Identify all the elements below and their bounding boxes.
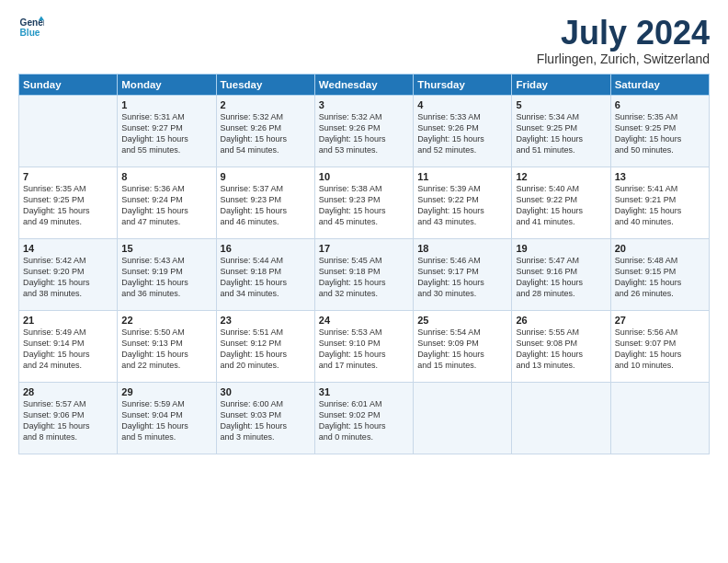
cell-info: Sunrise: 5:54 AM Sunset: 9:09 PM Dayligh… bbox=[417, 327, 507, 372]
calendar-cell: 23Sunrise: 5:51 AM Sunset: 9:12 PM Dayli… bbox=[216, 310, 314, 382]
calendar-cell bbox=[414, 382, 512, 454]
day-header-saturday: Saturday bbox=[610, 74, 709, 95]
day-number: 30 bbox=[221, 386, 311, 397]
cell-info: Sunrise: 5:39 AM Sunset: 9:22 PM Dayligh… bbox=[417, 183, 507, 228]
calendar-cell: 20Sunrise: 5:48 AM Sunset: 9:15 PM Dayli… bbox=[610, 238, 709, 310]
calendar-cell: 27Sunrise: 5:56 AM Sunset: 9:07 PM Dayli… bbox=[610, 310, 709, 382]
day-number: 12 bbox=[516, 171, 606, 182]
cell-info: Sunrise: 5:55 AM Sunset: 9:08 PM Dayligh… bbox=[516, 327, 606, 372]
logo-icon: General Blue bbox=[18, 15, 44, 40]
month-title: July 2024 bbox=[537, 15, 710, 52]
calendar-cell: 15Sunrise: 5:43 AM Sunset: 9:19 PM Dayli… bbox=[118, 238, 216, 310]
day-header-sunday: Sunday bbox=[19, 74, 118, 95]
calendar-cell bbox=[512, 382, 610, 454]
calendar-cell: 25Sunrise: 5:54 AM Sunset: 9:09 PM Dayli… bbox=[414, 310, 512, 382]
cell-info: Sunrise: 5:50 AM Sunset: 9:13 PM Dayligh… bbox=[121, 327, 211, 372]
calendar-cell: 13Sunrise: 5:41 AM Sunset: 9:21 PM Dayli… bbox=[610, 167, 709, 238]
cell-info: Sunrise: 5:31 AM Sunset: 9:27 PM Dayligh… bbox=[121, 111, 211, 156]
day-number: 19 bbox=[516, 243, 606, 254]
header: General Blue July 2024 Flurlingen, Zuric… bbox=[18, 15, 710, 66]
week-row-1: 1Sunrise: 5:31 AM Sunset: 9:27 PM Daylig… bbox=[19, 95, 710, 167]
calendar-cell bbox=[19, 95, 118, 167]
calendar-cell: 14Sunrise: 5:42 AM Sunset: 9:20 PM Dayli… bbox=[19, 238, 118, 310]
cell-info: Sunrise: 5:56 AM Sunset: 9:07 PM Dayligh… bbox=[615, 327, 705, 372]
cell-info: Sunrise: 5:42 AM Sunset: 9:20 PM Dayligh… bbox=[23, 255, 113, 300]
cell-info: Sunrise: 5:35 AM Sunset: 9:25 PM Dayligh… bbox=[23, 183, 113, 228]
day-number: 14 bbox=[23, 243, 113, 254]
week-row-3: 14Sunrise: 5:42 AM Sunset: 9:20 PM Dayli… bbox=[19, 238, 710, 310]
day-number: 8 bbox=[121, 171, 211, 182]
day-number: 1 bbox=[121, 99, 211, 110]
day-number: 9 bbox=[221, 171, 311, 182]
day-number: 11 bbox=[417, 171, 507, 182]
calendar-cell: 2Sunrise: 5:32 AM Sunset: 9:26 PM Daylig… bbox=[216, 95, 314, 167]
cell-info: Sunrise: 6:00 AM Sunset: 9:03 PM Dayligh… bbox=[221, 398, 311, 443]
day-header-monday: Monday bbox=[118, 74, 216, 95]
day-number: 4 bbox=[417, 99, 507, 110]
cell-info: Sunrise: 5:36 AM Sunset: 9:24 PM Dayligh… bbox=[121, 183, 211, 228]
day-header-friday: Friday bbox=[512, 74, 610, 95]
cell-info: Sunrise: 5:38 AM Sunset: 9:23 PM Dayligh… bbox=[319, 183, 409, 228]
cell-info: Sunrise: 5:51 AM Sunset: 9:12 PM Dayligh… bbox=[221, 327, 311, 372]
week-row-4: 21Sunrise: 5:49 AM Sunset: 9:14 PM Dayli… bbox=[19, 310, 710, 382]
cell-info: Sunrise: 5:59 AM Sunset: 9:04 PM Dayligh… bbox=[121, 398, 211, 443]
logo: General Blue bbox=[18, 15, 44, 40]
cell-info: Sunrise: 5:48 AM Sunset: 9:15 PM Dayligh… bbox=[615, 255, 705, 300]
day-number: 10 bbox=[319, 171, 409, 182]
calendar-cell: 10Sunrise: 5:38 AM Sunset: 9:23 PM Dayli… bbox=[314, 167, 413, 238]
cell-info: Sunrise: 5:32 AM Sunset: 9:26 PM Dayligh… bbox=[319, 111, 409, 156]
calendar-cell: 31Sunrise: 6:01 AM Sunset: 9:02 PM Dayli… bbox=[314, 382, 413, 454]
cell-info: Sunrise: 5:41 AM Sunset: 9:21 PM Dayligh… bbox=[615, 183, 705, 228]
day-number: 20 bbox=[615, 243, 705, 254]
svg-text:Blue: Blue bbox=[20, 28, 40, 38]
day-number: 22 bbox=[121, 315, 211, 326]
calendar-cell: 5Sunrise: 5:34 AM Sunset: 9:25 PM Daylig… bbox=[512, 95, 610, 167]
day-number: 26 bbox=[516, 315, 606, 326]
calendar-table: SundayMondayTuesdayWednesdayThursdayFrid… bbox=[18, 74, 710, 454]
title-block: July 2024 Flurlingen, Zurich, Switzerlan… bbox=[537, 15, 710, 66]
day-number: 21 bbox=[23, 315, 113, 326]
calendar-cell: 7Sunrise: 5:35 AM Sunset: 9:25 PM Daylig… bbox=[19, 167, 118, 238]
calendar-cell: 19Sunrise: 5:47 AM Sunset: 9:16 PM Dayli… bbox=[512, 238, 610, 310]
day-number: 18 bbox=[417, 243, 507, 254]
day-number: 5 bbox=[516, 99, 606, 110]
day-number: 28 bbox=[23, 386, 113, 397]
calendar-cell: 28Sunrise: 5:57 AM Sunset: 9:06 PM Dayli… bbox=[19, 382, 118, 454]
calendar-cell: 30Sunrise: 6:00 AM Sunset: 9:03 PM Dayli… bbox=[216, 382, 314, 454]
calendar-cell bbox=[610, 382, 709, 454]
cell-info: Sunrise: 5:32 AM Sunset: 9:26 PM Dayligh… bbox=[221, 111, 311, 156]
day-header-thursday: Thursday bbox=[414, 74, 512, 95]
calendar-cell: 21Sunrise: 5:49 AM Sunset: 9:14 PM Dayli… bbox=[19, 310, 118, 382]
day-number: 31 bbox=[319, 386, 409, 397]
day-number: 2 bbox=[221, 99, 311, 110]
day-number: 24 bbox=[319, 315, 409, 326]
cell-info: Sunrise: 5:34 AM Sunset: 9:25 PM Dayligh… bbox=[516, 111, 606, 156]
calendar-cell: 4Sunrise: 5:33 AM Sunset: 9:26 PM Daylig… bbox=[414, 95, 512, 167]
day-number: 15 bbox=[121, 243, 211, 254]
calendar-cell: 3Sunrise: 5:32 AM Sunset: 9:26 PM Daylig… bbox=[314, 95, 413, 167]
cell-info: Sunrise: 6:01 AM Sunset: 9:02 PM Dayligh… bbox=[319, 398, 409, 443]
cell-info: Sunrise: 5:57 AM Sunset: 9:06 PM Dayligh… bbox=[23, 398, 113, 443]
day-number: 27 bbox=[615, 315, 705, 326]
day-header-tuesday: Tuesday bbox=[216, 74, 314, 95]
calendar-cell: 9Sunrise: 5:37 AM Sunset: 9:23 PM Daylig… bbox=[216, 167, 314, 238]
cell-info: Sunrise: 5:33 AM Sunset: 9:26 PM Dayligh… bbox=[417, 111, 507, 156]
calendar-cell: 24Sunrise: 5:53 AM Sunset: 9:10 PM Dayli… bbox=[314, 310, 413, 382]
cell-info: Sunrise: 5:45 AM Sunset: 9:18 PM Dayligh… bbox=[319, 255, 409, 300]
cell-info: Sunrise: 5:40 AM Sunset: 9:22 PM Dayligh… bbox=[516, 183, 606, 228]
day-number: 16 bbox=[221, 243, 311, 254]
day-number: 25 bbox=[417, 315, 507, 326]
day-header-wednesday: Wednesday bbox=[314, 74, 413, 95]
day-number: 13 bbox=[615, 171, 705, 182]
day-number: 29 bbox=[121, 386, 211, 397]
cell-info: Sunrise: 5:47 AM Sunset: 9:16 PM Dayligh… bbox=[516, 255, 606, 300]
week-row-5: 28Sunrise: 5:57 AM Sunset: 9:06 PM Dayli… bbox=[19, 382, 710, 454]
cell-info: Sunrise: 5:44 AM Sunset: 9:18 PM Dayligh… bbox=[221, 255, 311, 300]
cell-info: Sunrise: 5:49 AM Sunset: 9:14 PM Dayligh… bbox=[23, 327, 113, 372]
day-number: 23 bbox=[221, 315, 311, 326]
calendar-cell: 26Sunrise: 5:55 AM Sunset: 9:08 PM Dayli… bbox=[512, 310, 610, 382]
calendar-cell: 16Sunrise: 5:44 AM Sunset: 9:18 PM Dayli… bbox=[216, 238, 314, 310]
day-number: 6 bbox=[615, 99, 705, 110]
cell-info: Sunrise: 5:53 AM Sunset: 9:10 PM Dayligh… bbox=[319, 327, 409, 372]
location: Flurlingen, Zurich, Switzerland bbox=[537, 52, 710, 66]
